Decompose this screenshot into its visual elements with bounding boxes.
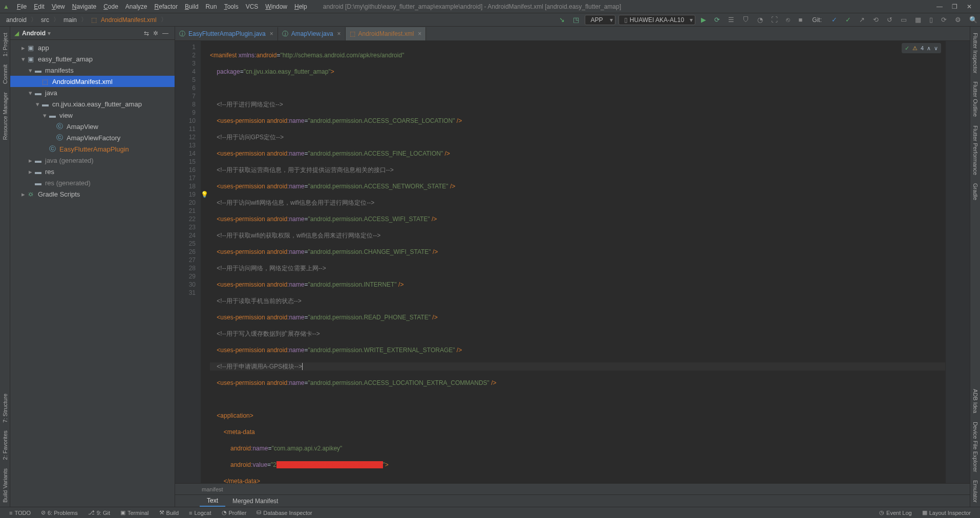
menu-view[interactable]: View: [48, 3, 69, 10]
tree-module[interactable]: ▸▣app: [10, 42, 175, 53]
select-opened-icon[interactable]: ⇆: [142, 30, 151, 37]
problems-tool[interactable]: ⊘6: Problems: [36, 509, 83, 516]
inspection-widget[interactable]: ✓ ⚠ 4 ∧ ∨: [902, 43, 941, 53]
emulator-button[interactable]: Emulator: [972, 476, 978, 507]
tree-gradle[interactable]: ▸⛭Gradle Scripts: [10, 188, 175, 200]
tree-package[interactable]: ▾▬view: [10, 110, 175, 121]
tree-folder[interactable]: ▸▬java (generated): [10, 155, 175, 166]
hide-icon[interactable]: —: [160, 30, 171, 37]
menu-refactor[interactable]: Refactor: [151, 3, 181, 10]
tree-class[interactable]: ⓒAmapViewFactory: [10, 132, 175, 143]
menu-edit[interactable]: Edit: [30, 3, 48, 10]
menu-help[interactable]: Help: [291, 3, 311, 10]
git-history-icon[interactable]: ⟲: [870, 16, 881, 24]
error-stripe[interactable]: [945, 41, 970, 483]
android-icon[interactable]: ◳: [570, 16, 582, 24]
tree-file-manifest[interactable]: ⬚AndroidManifest.xml: [10, 76, 175, 87]
menu-build[interactable]: Build: [181, 3, 202, 10]
menu-tools[interactable]: Tools: [221, 3, 242, 10]
coverage-icon[interactable]: ⛉: [740, 16, 752, 24]
device-explorer-button[interactable]: Device File Explorer: [972, 418, 978, 476]
build-tool[interactable]: ⚒Build: [154, 509, 184, 516]
device-manager-icon[interactable]: ▯: [927, 16, 935, 24]
editor-tab-active[interactable]: ⬚AndroidManifest.xml×: [346, 27, 427, 40]
attach-icon[interactable]: ⎋: [783, 16, 793, 24]
stop-icon[interactable]: ■: [796, 16, 805, 24]
reload-icon[interactable]: ⟳: [939, 16, 949, 24]
apply-changes-icon[interactable]: ⟳: [712, 16, 722, 24]
terminal-tool[interactable]: ▣Terminal: [115, 509, 154, 516]
flutter-performance-button[interactable]: Flutter Performance: [972, 121, 978, 179]
close-icon[interactable]: ✕: [967, 3, 972, 10]
menu-vcs[interactable]: VCS: [242, 3, 262, 10]
tree-folder[interactable]: ▸▬res: [10, 166, 175, 177]
search-everywhere-icon[interactable]: 🔍: [967, 16, 980, 24]
flutter-outline-button[interactable]: Flutter Outline: [972, 77, 978, 121]
profiler-tool[interactable]: ◔Profiler: [217, 509, 252, 516]
git-revert-icon[interactable]: ↺: [884, 16, 895, 24]
todo-tool[interactable]: ≡TODO: [4, 510, 36, 516]
minimize-icon[interactable]: —: [936, 3, 943, 10]
menu-navigate[interactable]: Navigate: [69, 3, 100, 10]
editor-tab[interactable]: ⓙAmapView.java×: [278, 27, 346, 40]
git-push-icon[interactable]: ↗: [857, 16, 867, 24]
tree-package[interactable]: ▾▬cn.jjvu.xiao.easy_flutter_amap: [10, 98, 175, 110]
project-tree[interactable]: ▸▣app ▾▣easy_flutter_amap ▾▬manifests ⬚A…: [10, 40, 175, 202]
flutter-inspector-button[interactable]: Flutter Inspector: [972, 29, 978, 77]
project-tool-button[interactable]: 1: Project: [2, 29, 8, 60]
gradle-button[interactable]: Gradle: [972, 179, 978, 204]
structure-tool-button[interactable]: 7: Structure: [2, 390, 8, 427]
tree-folder[interactable]: ▬res (generated): [10, 177, 175, 188]
database-tool[interactable]: ⛁Database Inspector: [251, 509, 317, 516]
build-hammer-icon[interactable]: ↘: [557, 16, 567, 24]
avd-icon[interactable]: ▭: [898, 16, 909, 24]
editor-tab[interactable]: ⓙEasyFlutterAmapPlugin.java×: [175, 27, 278, 40]
menu-window[interactable]: Window: [262, 3, 291, 10]
sdk-icon[interactable]: ▦: [912, 16, 924, 24]
attach-debug-icon[interactable]: ⛶: [769, 16, 780, 24]
tree-class[interactable]: ⓒEasyFlutterAmapPlugin: [10, 143, 175, 155]
settings-icon[interactable]: ⚙: [952, 16, 964, 24]
manifest-text-tab[interactable]: Text: [200, 495, 225, 507]
down-icon[interactable]: ∨: [934, 44, 938, 52]
favorites-tool-button[interactable]: 2: Favorites: [2, 426, 8, 464]
breadcrumb-item[interactable]: main: [61, 16, 79, 24]
project-view-title[interactable]: Android: [22, 30, 46, 37]
tree-folder[interactable]: ▾▬java: [10, 87, 175, 98]
device-dropdown[interactable]: ▯ HUAWEI AKA-AL10: [619, 15, 695, 25]
menu-analyze[interactable]: Analyze: [122, 3, 151, 10]
dropdown-icon[interactable]: ▾: [48, 30, 51, 37]
layout-inspector-tool[interactable]: ▦Layout Inspector: [917, 509, 976, 516]
code-editor[interactable]: 12345678910 11121314151617181920 2122232…: [175, 41, 970, 483]
resource-manager-tool-button[interactable]: Resource Manager: [2, 88, 8, 144]
logcat-tool[interactable]: ≡Logcat: [184, 510, 216, 516]
code-content[interactable]: <manifest xmlns:android="http://schemas.…: [201, 41, 945, 483]
build-variants-tool-button[interactable]: Build Variants: [2, 464, 8, 507]
tree-module[interactable]: ▾▣easy_flutter_amap: [10, 53, 175, 64]
menu-code[interactable]: Code: [100, 3, 122, 10]
git-update-icon[interactable]: ✓: [843, 16, 854, 24]
profile-icon[interactable]: ◔: [755, 16, 765, 24]
maximize-icon[interactable]: ❐: [952, 3, 957, 10]
tree-class[interactable]: ⓒAmapView: [10, 121, 175, 132]
menu-file[interactable]: FFileile: [13, 3, 30, 10]
tree-folder[interactable]: ▾▬manifests: [10, 64, 175, 76]
event-log-tool[interactable]: ◷Event Log: [874, 509, 917, 516]
breadcrumb-item[interactable]: android: [4, 16, 29, 24]
tab-close-icon[interactable]: ×: [337, 30, 341, 37]
adb-idea-button[interactable]: ADB Idea: [972, 385, 978, 417]
run-config-dropdown[interactable]: APP: [585, 15, 615, 25]
up-icon[interactable]: ∧: [927, 44, 931, 52]
git-commit-icon[interactable]: ✓: [829, 16, 840, 24]
tab-close-icon[interactable]: ×: [270, 30, 273, 37]
gear-icon[interactable]: ✲: [151, 30, 160, 37]
tab-close-icon[interactable]: ×: [418, 30, 421, 37]
breadcrumb-file[interactable]: AndroidManifest.xml: [99, 16, 159, 24]
git-tool[interactable]: ⎇9: Git: [83, 509, 115, 516]
manifest-merged-tab[interactable]: Merged Manifest: [225, 496, 285, 506]
menu-run[interactable]: Run: [202, 3, 221, 10]
run-button-icon[interactable]: ▶: [698, 16, 709, 24]
commit-tool-button[interactable]: Commit: [2, 60, 8, 88]
debug-icon[interactable]: ☰: [726, 16, 737, 24]
breadcrumb-item[interactable]: src: [39, 16, 51, 24]
